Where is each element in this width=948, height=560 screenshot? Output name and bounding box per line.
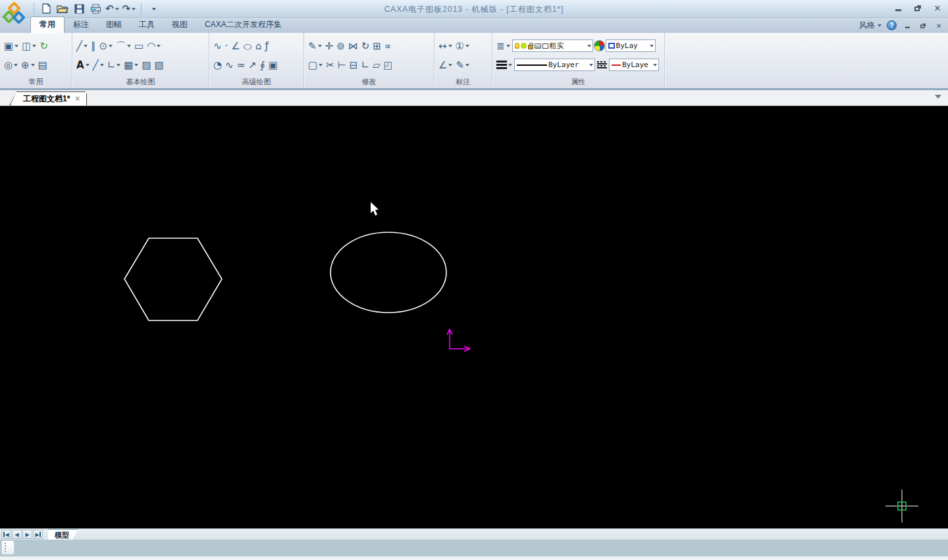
- dropdown-arrow[interactable]: [448, 45, 452, 49]
- copy-object-button[interactable]: ⊚: [335, 38, 346, 54]
- dimension-button[interactable]: ↔: [437, 38, 454, 54]
- refresh-button[interactable]: ↻: [38, 38, 49, 54]
- tab-tools[interactable]: 工具: [130, 17, 163, 33]
- break-line-button[interactable]: ≈: [236, 57, 247, 73]
- rectangle-button[interactable]: ▭: [133, 38, 145, 54]
- block-button[interactable]: ▣: [267, 57, 279, 73]
- dropdown-arrow[interactable]: [14, 64, 18, 68]
- insert-button[interactable]: ▦: [122, 57, 140, 73]
- color-wheel-icon[interactable]: [594, 40, 605, 51]
- model-tab[interactable]: 模型: [48, 529, 78, 540]
- arc-button[interactable]: ⌒: [115, 38, 132, 54]
- centerline-button[interactable]: ╱: [92, 57, 105, 73]
- dropdown-arrow[interactable]: [84, 45, 88, 49]
- trim-button[interactable]: ✂: [325, 57, 336, 73]
- tab-annotate[interactable]: 标注: [65, 17, 97, 33]
- dropdown-arrow[interactable]: [134, 64, 138, 68]
- color-combo[interactable]: ByLay: [606, 39, 656, 52]
- contour-button[interactable]: ∮: [259, 57, 267, 73]
- spline-button[interactable]: ∿: [212, 38, 223, 54]
- extend-button[interactable]: ⊢: [336, 57, 348, 73]
- tab-common[interactable]: 常用: [30, 16, 65, 33]
- tab-caxa-dev[interactable]: CAXA二次开发程序集: [196, 17, 290, 33]
- pan-button[interactable]: ⊕: [20, 57, 36, 73]
- dropdown-arrow[interactable]: [31, 64, 35, 68]
- first-sheet-button[interactable]: ◀: [1, 530, 11, 539]
- display-button[interactable]: ▤: [37, 57, 49, 73]
- dropdown-arrow[interactable]: [86, 64, 90, 68]
- layer-combo[interactable]: 粗实: [512, 39, 593, 52]
- dropdown-arrow[interactable]: [109, 45, 113, 49]
- formula-curve-button[interactable]: ƒ: [263, 38, 269, 54]
- line-button[interactable]: ╱: [75, 38, 89, 54]
- close-button[interactable]: ✕: [932, 4, 943, 12]
- layer-combo-arrow[interactable]: [587, 45, 591, 49]
- doc-close-button[interactable]: ✕: [935, 22, 943, 29]
- text-button[interactable]: A: [75, 57, 91, 73]
- minimize-button[interactable]: [893, 4, 903, 12]
- last-sheet-button[interactable]: ▶: [33, 530, 43, 539]
- document-tab[interactable]: 工程图文档1* ×: [11, 91, 87, 105]
- parallel-line-button[interactable]: ∥: [90, 38, 97, 54]
- arrow-button[interactable]: ↗: [247, 57, 258, 73]
- layer-settings-button[interactable]: ≣: [495, 38, 512, 54]
- dropdown-arrow[interactable]: [100, 64, 104, 68]
- style-button[interactable]: 风格: [859, 20, 882, 31]
- doc-minimize-button[interactable]: [903, 22, 912, 29]
- restore-button[interactable]: [912, 4, 923, 12]
- line-style-button[interactable]: [596, 57, 608, 73]
- dropdown-arrow[interactable]: [465, 64, 469, 68]
- region-button[interactable]: ▧: [153, 57, 165, 73]
- circle-button[interactable]: ⊙: [98, 38, 115, 54]
- wave-line-button[interactable]: ∿: [224, 57, 235, 73]
- leader-button[interactable]: ①: [454, 38, 471, 54]
- erase-button[interactable]: ✎: [307, 38, 323, 54]
- hexagon-entity[interactable]: [124, 238, 222, 320]
- prev-sheet-button[interactable]: ◀: [12, 530, 22, 539]
- move-button[interactable]: ✛: [324, 38, 335, 54]
- fillet-button[interactable]: ◰: [382, 57, 394, 73]
- axis-button[interactable]: ∠: [230, 38, 241, 54]
- tab-overflow-arrow-icon[interactable]: [935, 95, 941, 102]
- dropdown-arrow[interactable]: [14, 45, 18, 49]
- dropdown-arrow[interactable]: [319, 64, 323, 68]
- linewidth-combo-arrow[interactable]: [653, 64, 657, 68]
- stretch-button[interactable]: ▢: [307, 57, 324, 73]
- color-combo-arrow[interactable]: [650, 45, 654, 49]
- tab-sheet[interactable]: 图幅: [97, 17, 130, 33]
- line-width-button[interactable]: [495, 57, 514, 73]
- linewidth-combo[interactable]: ByLaye: [609, 59, 659, 71]
- tab-view[interactable]: 视图: [163, 17, 196, 33]
- doc-restore-button[interactable]: [919, 22, 928, 29]
- dropdown-arrow[interactable]: [508, 64, 512, 68]
- rotate-button[interactable]: ↻: [360, 38, 371, 54]
- command-bar[interactable]: [0, 540, 948, 556]
- break-button[interactable]: ⊟: [348, 57, 359, 73]
- command-bar-grip[interactable]: [1, 540, 14, 555]
- dropdown-arrow[interactable]: [157, 45, 161, 49]
- sector-button[interactable]: ◔: [212, 57, 223, 73]
- ellipse-button[interactable]: ○: [242, 38, 253, 54]
- hatch-button[interactable]: ▨: [140, 57, 152, 73]
- linetype-combo[interactable]: ByLayer: [514, 59, 595, 71]
- drawing-canvas[interactable]: [0, 106, 948, 528]
- corner-button[interactable]: ∟: [359, 57, 371, 73]
- polyline-button[interactable]: ◠: [145, 38, 162, 54]
- zoom-button[interactable]: ◎: [3, 57, 19, 73]
- scale-button[interactable]: ∝: [383, 38, 393, 54]
- dropdown-arrow[interactable]: [465, 45, 469, 49]
- dropdown-arrow[interactable]: [318, 45, 322, 49]
- mirror-button[interactable]: ⋈: [347, 38, 359, 54]
- help-button[interactable]: ?: [887, 20, 897, 30]
- ellipse-entity[interactable]: [330, 232, 446, 313]
- box3d-button[interactable]: ▱: [371, 57, 382, 73]
- dropdown-arrow[interactable]: [506, 45, 510, 49]
- polygon-button[interactable]: ⌂: [254, 38, 263, 54]
- next-sheet-button[interactable]: ▶: [22, 530, 32, 539]
- dropdown-arrow[interactable]: [127, 45, 131, 49]
- array-button[interactable]: ⊞: [371, 38, 382, 54]
- dropdown-arrow[interactable]: [117, 64, 120, 68]
- paste-button[interactable]: ◫: [20, 38, 38, 54]
- dropdown-arrow[interactable]: [32, 45, 36, 49]
- coord-dimension-button[interactable]: ∠: [437, 57, 454, 73]
